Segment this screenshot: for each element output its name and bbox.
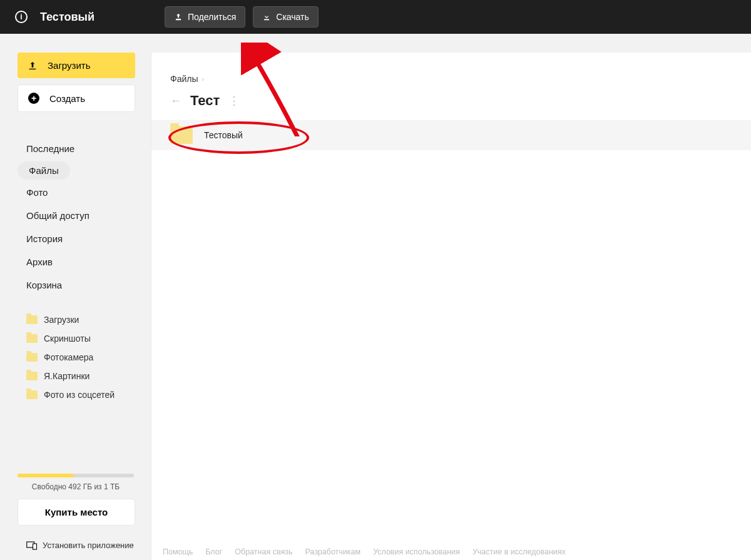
main-panel: Файлы › ← Тест ⋮ Тестовый — [151, 53, 751, 560]
sidebar-folder-label: Фотокамера — [44, 352, 93, 362]
footer-link-research[interactable]: Участие в исследованиях — [473, 547, 566, 556]
folder-icon — [26, 315, 38, 324]
footer: Помощь Блог Обратная связь Разработчикам… — [0, 547, 751, 556]
nav-item-history[interactable]: История — [18, 228, 71, 249]
topbar: i Тестовый Поделиться Скачать — [0, 0, 751, 34]
upload-button-label: Загрузить — [48, 60, 91, 71]
sidebar-folder-label: Загрузки — [44, 315, 79, 325]
share-button[interactable]: Поделиться — [165, 6, 245, 28]
sidebar: Загрузить + Создать Последние Файлы Фото… — [0, 34, 151, 560]
footer-link-blog[interactable]: Блог — [205, 547, 222, 556]
folder-icon — [26, 372, 38, 380]
create-button-label: Создать — [49, 93, 85, 104]
sidebar-folder-label: Скриншоты — [44, 333, 91, 344]
sidebar-folder-label: Я.Картинки — [44, 371, 89, 381]
footer-link-feedback[interactable]: Обратная связь — [235, 547, 292, 556]
folder-icon — [26, 334, 38, 343]
breadcrumb: Файлы › — [151, 53, 751, 90]
plus-icon: + — [28, 93, 39, 104]
download-button[interactable]: Скачать — [253, 6, 319, 28]
sidebar-folders: Загрузки Скриншоты Фотокамера Я.Картинки… — [9, 310, 143, 404]
storage-bar-fill — [18, 474, 73, 477]
buy-storage-button[interactable]: Купить место — [18, 499, 135, 526]
nav-item-photo[interactable]: Фото — [18, 182, 56, 203]
topbar-title: Тестовый — [40, 11, 95, 24]
breadcrumb-root[interactable]: Файлы — [170, 74, 198, 84]
chevron-right-icon: › — [202, 76, 203, 83]
folder-icon — [170, 126, 193, 144]
sidebar-folder-camera[interactable]: Фотокамера — [9, 348, 143, 367]
download-icon — [262, 13, 271, 21]
back-button[interactable]: ← — [170, 94, 181, 108]
footer-link-terms[interactable]: Условия использования — [373, 547, 460, 556]
download-button-label: Скачать — [276, 12, 309, 22]
folder-title: Тест — [190, 93, 220, 109]
sidebar-folder-pictures[interactable]: Я.Картинки — [9, 367, 143, 385]
upload-button[interactable]: Загрузить — [18, 53, 135, 78]
share-button-label: Поделиться — [188, 12, 236, 22]
sidebar-folder-screenshots[interactable]: Скриншоты — [9, 329, 143, 348]
footer-link-help[interactable]: Помощь — [163, 547, 193, 556]
more-menu-button[interactable]: ⋮ — [228, 94, 240, 108]
share-icon — [174, 13, 183, 21]
create-button[interactable]: + Создать — [18, 84, 135, 112]
info-icon[interactable]: i — [15, 11, 28, 23]
storage-text: Свободно 492 ГБ из 1 ТБ — [9, 482, 143, 491]
nav-item-recent[interactable]: Последние — [18, 138, 83, 159]
folder-icon — [26, 390, 38, 399]
sidebar-folder-social[interactable]: Фото из соцсетей — [9, 385, 143, 404]
nav-item-archive[interactable]: Архив — [18, 252, 61, 272]
folder-icon — [26, 353, 38, 362]
storage-bar — [18, 474, 134, 477]
folder-heading: ← Тест ⋮ — [151, 90, 751, 120]
upload-icon — [28, 61, 38, 71]
sidebar-folder-downloads[interactable]: Загрузки — [9, 310, 143, 329]
footer-link-developers[interactable]: Разработчикам — [305, 547, 360, 556]
list-item[interactable]: Тестовый — [151, 120, 751, 150]
nav-item-trash[interactable]: Корзина — [18, 275, 71, 295]
nav-item-files[interactable]: Файлы — [18, 161, 70, 180]
nav: Последние Файлы Фото Общий доступ Истори… — [9, 137, 143, 297]
item-name: Тестовый — [204, 130, 243, 140]
nav-item-shared[interactable]: Общий доступ — [18, 205, 98, 226]
sidebar-folder-label: Фото из соцсетей — [44, 390, 115, 400]
